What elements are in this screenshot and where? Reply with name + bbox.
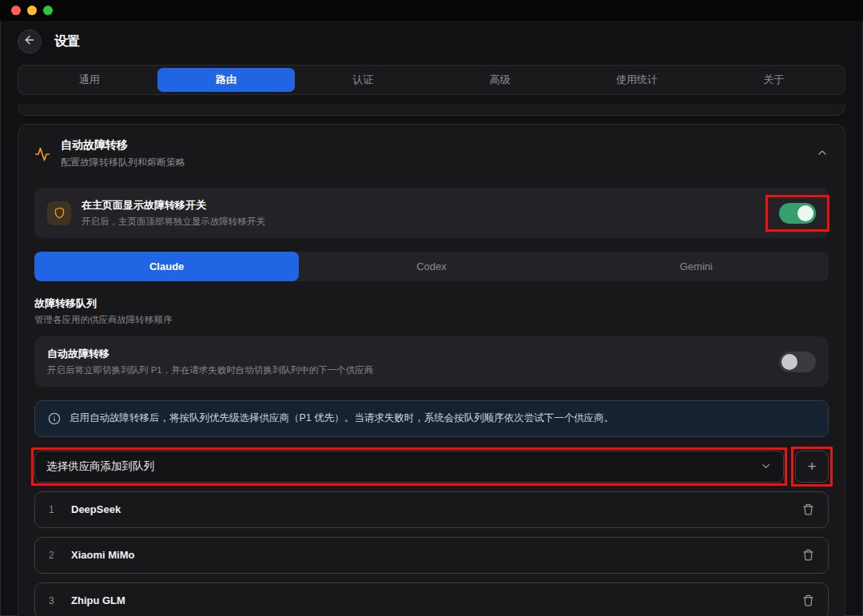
add-provider-button-wrap: +: [795, 451, 829, 483]
queue-item: 3 Zhipu GLM: [34, 582, 829, 616]
trash-icon[interactable]: [802, 549, 814, 561]
queue-item: 2 Xiaomi MiMo: [34, 537, 829, 574]
info-icon: [48, 412, 61, 425]
page-title: 设置: [54, 34, 80, 50]
auto-failover-texts: 自动故障转移 开启后将立即切换到队列 P1，并在请求失败时自动切换到队列中的下一…: [47, 347, 769, 376]
failover-section-body: 在主页面显示故障转移开关 开启后，主页面顶部将独立显示故障转移开关 Claude…: [18, 181, 845, 616]
tab-usage-stats[interactable]: 使用统计: [568, 68, 705, 92]
home-failover-switch-card: 在主页面显示故障转移开关 开启后，主页面顶部将独立显示故障转移开关: [34, 188, 829, 238]
back-button[interactable]: [18, 30, 42, 54]
queue-item-name: Xiaomi MiMo: [71, 549, 789, 561]
failover-section-card: 自动故障转移 配置故障转移队列和熔断策略 在主页面显示故障转移开关 开启后，主页…: [18, 124, 845, 616]
trash-icon[interactable]: [802, 594, 814, 606]
failover-section-header: 自动故障转移 配置故障转移队列和熔断策略: [18, 125, 845, 181]
auto-failover-card: 自动故障转移 开启后将立即切换到队列 P1，并在请求失败时自动切换到队列中的下一…: [34, 336, 829, 387]
auto-failover-subtitle: 开启后将立即切换到队列 P1，并在请求失败时自动切换到队列中的下一个供应商: [47, 364, 769, 376]
queue-item-name: Zhipu GLM: [71, 594, 789, 606]
tab-routing[interactable]: 路由: [157, 68, 294, 92]
chevron-up-icon: [816, 146, 829, 162]
previous-card-partial: [18, 104, 845, 116]
queue-item-index: 2: [49, 550, 58, 561]
home-failover-switch-texts: 在主页面显示故障转移开关 开启后，主页面顶部将独立显示故障转移开关: [82, 198, 769, 228]
segment-codex[interactable]: Codex: [299, 252, 563, 281]
failover-section-subtitle: 配置故障转移队列和熔断策略: [61, 156, 805, 169]
arrow-left-icon: [23, 34, 36, 50]
minimize-window-button[interactable]: [27, 6, 37, 15]
auto-failover-toggle[interactable]: [779, 352, 816, 372]
segment-gemini[interactable]: Gemini: [564, 252, 829, 281]
queue-heading: 故障转移队列 管理各应用的供应商故障转移顺序: [34, 296, 829, 326]
activity-pulse-icon: [34, 146, 50, 162]
shield-icon: [47, 201, 71, 225]
titlebar: [0, 0, 863, 21]
provider-select[interactable]: 选择供应商添加到队列: [34, 451, 784, 483]
zoom-window-button[interactable]: [43, 6, 53, 15]
app-segmented-control: Claude Codex Gemini: [34, 252, 829, 281]
tab-general[interactable]: 通用: [21, 68, 157, 92]
queue-subtitle: 管理各应用的供应商故障转移顺序: [34, 314, 829, 326]
queue-item: 1 DeepSeek: [34, 491, 829, 528]
collapse-section-button[interactable]: [816, 146, 829, 162]
toggle-knob: [781, 354, 797, 370]
tab-auth[interactable]: 认证: [295, 68, 432, 92]
queue-item-index: 1: [49, 504, 58, 515]
home-failover-toggle[interactable]: [779, 203, 816, 224]
close-window-button[interactable]: [11, 6, 21, 15]
add-provider-button[interactable]: +: [795, 451, 829, 483]
failover-info-banner: 启用自动故障转移后，将按队列优先级选择供应商（P1 优先）。当请求失败时，系统会…: [34, 400, 829, 437]
chevron-down-icon: [760, 460, 772, 472]
queue-title: 故障转移队列: [34, 296, 829, 311]
tab-advanced[interactable]: 高级: [432, 68, 568, 92]
trash-icon[interactable]: [802, 503, 814, 515]
toggle-knob: [797, 205, 813, 221]
auto-failover-toggle-wrap: [779, 352, 816, 372]
failover-section-titles: 自动故障转移 配置故障转移队列和熔断策略: [61, 138, 805, 169]
queue-item-index: 3: [49, 595, 58, 606]
failover-info-text: 启用自动故障转移后，将按队列优先级选择供应商（P1 优先）。当请求失败时，系统会…: [70, 411, 614, 426]
segment-claude[interactable]: Claude: [34, 252, 299, 281]
failover-section-title: 自动故障转移: [61, 138, 805, 153]
page-header: 设置: [0, 21, 863, 63]
queue-item-name: DeepSeek: [71, 503, 789, 515]
home-failover-toggle-wrap: [779, 203, 816, 224]
tab-about[interactable]: 关于: [706, 68, 842, 92]
app-window: 设置 通用 路由 认证 高级 使用统计 关于 自动故障转移 配置故障转移队列和熔…: [0, 0, 863, 616]
provider-select-wrap: 选择供应商添加到队列: [34, 451, 784, 483]
home-failover-switch-subtitle: 开启后，主页面顶部将独立显示故障转移开关: [82, 216, 769, 228]
auto-failover-title: 自动故障转移: [47, 347, 769, 361]
home-failover-switch-title: 在主页面显示故障转移开关: [82, 198, 769, 213]
provider-select-label: 选择供应商添加到队列: [46, 459, 154, 474]
settings-tabbar: 通用 路由 认证 高级 使用统计 关于: [18, 65, 845, 95]
add-provider-row: 选择供应商添加到队列 +: [34, 451, 829, 483]
